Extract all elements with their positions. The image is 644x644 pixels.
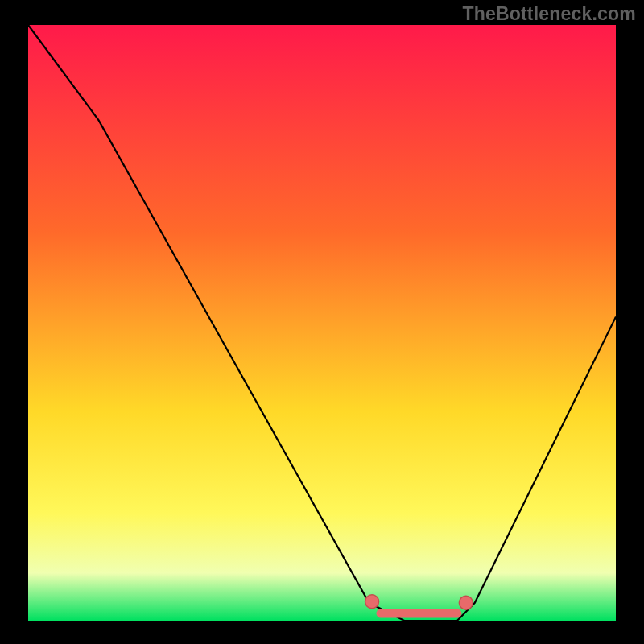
plot-background bbox=[28, 25, 616, 621]
bottleneck-chart bbox=[0, 0, 644, 644]
optimal-range-start-dot bbox=[365, 595, 379, 609]
watermark-label: TheBottleneck.com bbox=[462, 3, 636, 25]
optimal-range-end-dot bbox=[459, 596, 473, 609]
chart-frame: TheBottleneck.com bbox=[0, 0, 644, 644]
